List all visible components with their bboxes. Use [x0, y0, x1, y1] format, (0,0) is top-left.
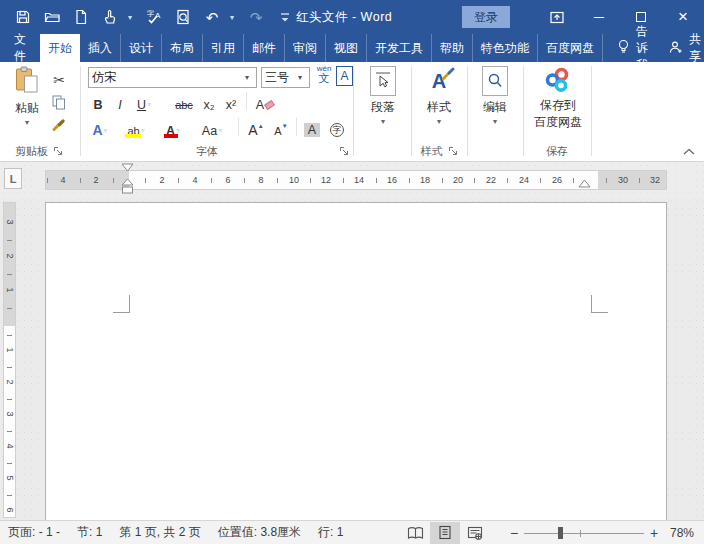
quick-access-toolbar: ▾ 字A ↶ ▾ ↷	[12, 0, 296, 34]
character-border-button[interactable]: A	[336, 66, 353, 86]
status-page-field[interactable]: 页面: - 1 -	[8, 524, 60, 541]
tab-10[interactable]: 特色功能	[472, 34, 537, 62]
tab-6[interactable]: 审阅	[284, 34, 325, 62]
font-dialog-launcher-icon[interactable]	[339, 146, 349, 156]
ribbon-display-options-icon[interactable]	[536, 0, 578, 34]
tab-3[interactable]: 布局	[161, 34, 202, 62]
print-layout-icon[interactable]	[430, 522, 460, 544]
highlight-dropdown-icon[interactable]: ▾	[141, 126, 149, 135]
left-indent-marker[interactable]	[121, 186, 134, 194]
text-highlight-button[interactable]: ab▾	[122, 118, 154, 138]
sign-in-button[interactable]: 登录	[462, 6, 510, 28]
change-case-dropdown-icon[interactable]: ▾	[218, 126, 226, 135]
paste-button[interactable]: 粘贴 ▾	[6, 66, 48, 127]
save-baidu-line2: 百度网盘	[534, 114, 582, 131]
ruler-number: 22	[486, 171, 496, 189]
underline-dropdown-icon[interactable]: ▾	[147, 100, 155, 109]
right-indent-marker[interactable]	[578, 179, 591, 188]
format-painter-icon[interactable]	[48, 114, 70, 134]
zoom-thumb[interactable]	[558, 527, 563, 539]
spelling-grammar-icon[interactable]: 字A	[143, 5, 165, 29]
print-preview-icon[interactable]	[172, 5, 194, 29]
character-shading-button[interactable]: A	[301, 118, 323, 138]
first-line-indent-marker[interactable]	[121, 163, 134, 172]
customize-quick-access-icon[interactable]	[274, 5, 296, 29]
horizontal-ruler[interactable]: 4224681012141618202224263032	[45, 170, 667, 190]
phonetic-guide-button[interactable]: wén 文	[314, 65, 334, 89]
zoom-out-button[interactable]: −	[504, 525, 524, 541]
vertical-ruler[interactable]: 321123456	[3, 202, 16, 518]
status-position[interactable]: 位置值: 3.8厘米	[218, 524, 301, 541]
bold-button[interactable]: B	[88, 92, 108, 112]
touch-mouse-mode-icon[interactable]	[99, 5, 121, 29]
editing-dropdown-icon[interactable]: ▾	[493, 117, 497, 126]
paragraph-dropdown-icon[interactable]: ▾	[381, 117, 385, 126]
open-icon[interactable]	[41, 5, 63, 29]
tab-0[interactable]: 开始	[40, 34, 80, 62]
tab-stop-selector[interactable]: L	[4, 168, 22, 189]
text-effects-dropdown-icon[interactable]: ▾	[104, 126, 112, 135]
undo-dropdown-icon[interactable]: ▾	[230, 13, 238, 22]
undo-icon[interactable]: ↶	[201, 5, 223, 29]
status-section[interactable]: 节: 1	[77, 524, 102, 541]
enclose-characters-button[interactable]: 字	[325, 118, 349, 138]
editing-button[interactable]: 编辑 ▾	[471, 66, 519, 126]
ruler-number: 2	[93, 171, 98, 189]
status-line[interactable]: 行: 1	[318, 524, 343, 541]
cut-icon[interactable]: ✂	[48, 70, 70, 90]
ruler-tick	[7, 463, 12, 464]
tab-5[interactable]: 邮件	[243, 34, 284, 62]
font-size-combobox[interactable]: 三号 ▾	[261, 67, 310, 88]
small-separator	[238, 118, 239, 136]
font-color-button[interactable]: A▾	[160, 118, 190, 138]
paragraph-button[interactable]: 段落 ▾	[358, 66, 408, 126]
close-button[interactable]: ×	[662, 0, 704, 34]
small-separator	[296, 118, 297, 136]
superscript-button[interactable]: x²	[220, 92, 242, 112]
styles-dialog-launcher-icon[interactable]	[448, 146, 458, 156]
text-effects-button[interactable]: A▾	[88, 118, 116, 138]
styles-dropdown-icon[interactable]: ▾	[437, 117, 441, 126]
tab-2[interactable]: 设计	[120, 34, 161, 62]
tell-me[interactable]: 告诉我	[607, 34, 658, 62]
share-button[interactable]: 共享	[658, 34, 704, 62]
status-page-count[interactable]: 第 1 页, 共 2 页	[119, 524, 200, 541]
clipboard-dialog-launcher-icon[interactable]	[53, 146, 63, 156]
read-mode-icon[interactable]	[400, 522, 430, 544]
collapse-ribbon-icon[interactable]	[682, 146, 698, 158]
copy-icon[interactable]	[48, 92, 70, 112]
font-name-dropdown-icon[interactable]: ▾	[245, 73, 253, 82]
font-size-dropdown-icon[interactable]: ▾	[298, 73, 306, 82]
web-layout-icon[interactable]	[460, 522, 490, 544]
zoom-percentage[interactable]: 78%	[664, 526, 704, 540]
tab-11[interactable]: 百度网盘	[537, 34, 603, 62]
strikethrough-button[interactable]: abc	[170, 92, 198, 112]
tab-7[interactable]: 视图	[325, 34, 366, 62]
grow-font-button[interactable]: A▲	[244, 118, 268, 138]
shrink-font-button[interactable]: A▼	[270, 118, 292, 138]
tab-file[interactable]: 文件	[0, 34, 40, 62]
minimize-button[interactable]: ─	[578, 0, 620, 34]
save-to-baidu-button[interactable]: 保存到 百度网盘	[527, 66, 589, 131]
font-name-combobox[interactable]: 仿宋 ▾	[88, 67, 257, 88]
tab-1[interactable]: 插入	[80, 34, 120, 62]
group-separator	[411, 66, 412, 156]
tab-8[interactable]: 开发工具	[366, 34, 431, 62]
touch-mode-dropdown-icon[interactable]: ▾	[128, 13, 136, 22]
hanging-indent-marker[interactable]	[121, 178, 134, 186]
document-page[interactable]	[45, 202, 667, 520]
zoom-in-button[interactable]: +	[644, 525, 664, 541]
change-case-button[interactable]: Aa▾	[198, 118, 230, 138]
save-icon[interactable]	[12, 5, 34, 29]
new-document-icon[interactable]	[70, 5, 92, 29]
styles-button[interactable]: A 样式 ▾	[415, 66, 463, 126]
clear-formatting-button[interactable]: A	[252, 92, 278, 112]
tab-4[interactable]: 引用	[202, 34, 243, 62]
paste-dropdown-icon[interactable]: ▾	[25, 118, 29, 127]
group-separator	[591, 66, 592, 156]
underline-button[interactable]: U▾	[132, 92, 160, 112]
zoom-slider[interactable]	[524, 522, 644, 544]
tab-9[interactable]: 帮助	[431, 34, 472, 62]
italic-button[interactable]: I	[110, 92, 130, 112]
subscript-button[interactable]: x₂	[198, 92, 220, 112]
